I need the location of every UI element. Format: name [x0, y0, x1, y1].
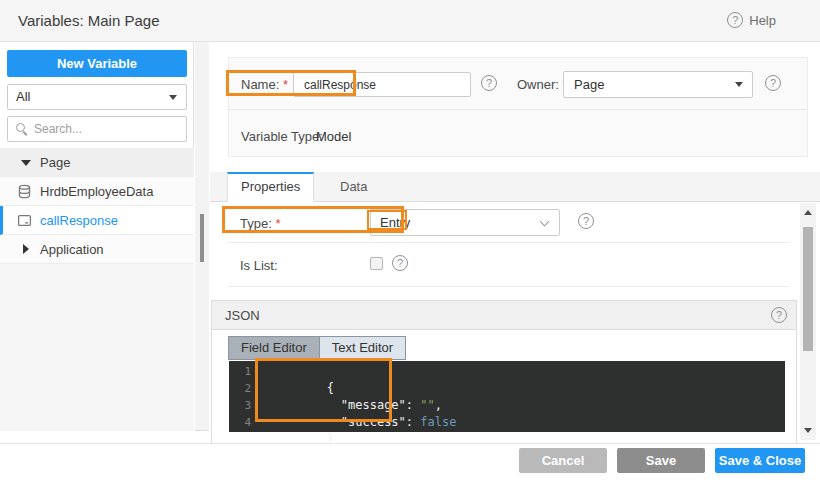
sidebar-scrollbar-thumb[interactable] [200, 214, 204, 262]
title-bar: Variables: Main Page ? Help [0, 0, 820, 42]
help-button[interactable]: ? Help [727, 12, 776, 28]
footer-divider [0, 443, 820, 444]
editor-mode-toggle: Field Editor Text Editor [228, 336, 406, 360]
model-variable-icon [17, 213, 32, 228]
field-editor-button[interactable]: Field Editor [229, 337, 319, 359]
is-list-checkbox[interactable] [370, 257, 383, 270]
owner-help-icon[interactable]: ? [765, 75, 781, 91]
search-icon [16, 123, 25, 132]
name-input[interactable] [293, 72, 471, 97]
tab-properties[interactable]: Properties [227, 172, 314, 202]
tree-item-label: HrdbEmployeeData [40, 177, 153, 206]
tree-item-hrdbemployeedata[interactable]: HrdbEmployeeData [0, 177, 194, 206]
name-help-icon[interactable]: ? [481, 75, 497, 91]
code-line: 4 } [229, 414, 785, 431]
json-section-header: JSON ? [212, 301, 796, 330]
tree-group-page[interactable]: Page [0, 148, 194, 177]
sidebar-scrollbar[interactable] [195, 42, 209, 431]
page-title: Variables: Main Page [18, 12, 159, 29]
tree-item-callresponse[interactable]: callResponse [0, 206, 194, 235]
search-input[interactable] [34, 118, 184, 140]
main-scrollbar[interactable] [800, 203, 816, 440]
owner-label: Owner: * [517, 77, 568, 92]
caret-down-icon [21, 160, 31, 166]
help-icon: ? [727, 12, 743, 28]
line-number: 3 [229, 397, 251, 414]
owner-select[interactable]: Page [563, 71, 753, 98]
save-button[interactable]: Save [617, 448, 705, 473]
new-variable-button[interactable]: New Variable [7, 50, 187, 77]
required-marker: * [275, 216, 280, 231]
required-marker: * [283, 77, 288, 92]
type-label: Type: * [240, 216, 280, 231]
line-number: 2 [229, 380, 251, 397]
is-list-property-row: Is List: ? [228, 243, 790, 287]
json-section: JSON ? Field Editor Text Editor 1 ▾ { 2 … [211, 300, 797, 443]
text-editor-button[interactable]: Text Editor [319, 337, 405, 359]
tree-empty-area [0, 264, 194, 431]
tree-item-label: callResponse [40, 206, 118, 235]
name-label: Name: * [241, 77, 288, 92]
tab-bar: Properties Data [210, 172, 820, 202]
json-code-editor[interactable]: 1 ▾ { 2 "message": "", 3 "success": fals… [229, 361, 785, 432]
variable-filter-select[interactable]: All [7, 84, 187, 110]
is-list-label: Is List: [240, 258, 278, 273]
fold-caret-icon[interactable]: ▾ [251, 363, 261, 380]
cancel-button[interactable]: Cancel [519, 448, 607, 473]
code-line: 3 "success": false [229, 397, 785, 414]
scroll-down-icon[interactable] [804, 428, 812, 433]
search-box [7, 116, 187, 142]
type-selected-value: Entry [380, 215, 410, 230]
line-number: 1 [229, 363, 251, 380]
type-help-icon[interactable]: ? [578, 213, 594, 229]
is-list-help-icon[interactable]: ? [392, 255, 408, 271]
filter-selected-value: All [16, 89, 30, 104]
tree-group-label: Page [40, 148, 70, 177]
scroll-up-icon[interactable] [804, 210, 812, 215]
dropdown-caret-icon [169, 95, 177, 100]
variable-type-label: Variable Type: [241, 129, 323, 144]
json-help-icon[interactable]: ? [771, 307, 787, 323]
owner-selected-value: Page [574, 77, 604, 92]
main-scrollbar-thumb[interactable] [803, 227, 813, 351]
line-number: 4 [229, 414, 251, 431]
save-and-close-button[interactable]: Save & Close [715, 448, 805, 473]
variable-summary-panel: Name: * ? Owner: * Page ? Variable Type:… [228, 57, 808, 157]
panel-divider [229, 109, 807, 110]
database-icon [17, 184, 32, 199]
variable-type-value: Model [316, 129, 351, 144]
code-line: 1 ▾ { [229, 363, 785, 380]
type-property-row: Type: * Entry ? [228, 203, 790, 243]
type-select[interactable]: Entry [370, 209, 560, 236]
chevron-down-icon [540, 217, 550, 227]
tab-data[interactable]: Data [330, 172, 377, 202]
help-label: Help [749, 13, 776, 28]
code-line: 2 "message": "", [229, 380, 785, 397]
tree-group-label: Application [40, 235, 104, 264]
variables-sidebar: New Variable All Page HrdbEmployeeData c… [0, 42, 194, 431]
caret-right-icon [23, 244, 29, 254]
tree-group-application[interactable]: Application [0, 235, 194, 264]
dropdown-caret-icon [735, 82, 743, 87]
json-section-title: JSON [225, 308, 260, 323]
